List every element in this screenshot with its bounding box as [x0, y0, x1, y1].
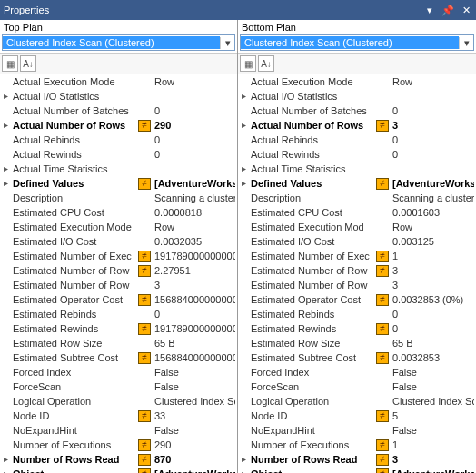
property-row[interactable]: ▸Actual I/O Statistics: [0, 89, 237, 103]
property-row[interactable]: Actual Rewinds0: [238, 147, 476, 162]
property-row[interactable]: Estimated I/O Cost0.0032035: [0, 234, 237, 249]
property-row[interactable]: ▸Actual Time Statistics: [238, 162, 476, 176]
property-row[interactable]: Node ID≠33: [0, 409, 237, 423]
property-row[interactable]: Estimated Number of Exec≠191789000000000…: [0, 249, 237, 263]
property-row[interactable]: ▸Number of Rows Read≠870: [0, 452, 237, 467]
property-value: Row: [392, 74, 474, 89]
dropdown-icon[interactable]: ▾: [423, 4, 436, 16]
right-operator-combo[interactable]: Clustered Index Scan (Clustered) ▾: [240, 34, 474, 51]
property-name: Actual Number of Batches: [11, 103, 138, 118]
property-row[interactable]: DescriptionScanning a clustered index, e…: [0, 191, 237, 205]
pin-icon[interactable]: 📌: [441, 4, 454, 16]
property-row[interactable]: Actual Rewinds0: [0, 147, 237, 162]
property-row[interactable]: Estimated Number of Exec≠1: [238, 249, 476, 263]
property-row[interactable]: Estimated Subtree Cost≠0.0032853: [238, 350, 476, 365]
property-row[interactable]: ▸Actual I/O Statistics: [238, 89, 476, 103]
property-row[interactable]: Estimated Rebinds0: [238, 307, 476, 321]
property-row[interactable]: Estimated Execution ModeRow: [0, 220, 237, 234]
property-row[interactable]: Actual Rebinds0: [0, 133, 237, 147]
property-row[interactable]: Estimated Operator Cost≠0.0032853 (0%): [238, 292, 476, 307]
property-row[interactable]: Estimated Row Size65 B: [238, 336, 476, 350]
property-value: 156884000000000 (24%): [154, 292, 235, 307]
property-row[interactable]: Estimated Rebinds0: [0, 307, 237, 321]
property-row[interactable]: Estimated CPU Cost0.0000818: [0, 205, 237, 220]
property-row[interactable]: NoExpandHintFalse: [0, 423, 237, 438]
property-row[interactable]: Estimated Subtree Cost≠156884000000000: [0, 350, 237, 365]
property-row[interactable]: Actual Number of Batches0: [238, 103, 476, 118]
close-icon[interactable]: ✕: [460, 4, 472, 16]
property-value: 0.0032853 (0%): [392, 292, 474, 307]
property-value: 0: [154, 103, 235, 118]
expand-icon[interactable]: ▸: [0, 162, 11, 176]
property-row[interactable]: Estimated Number of Row≠3: [238, 263, 476, 278]
property-row[interactable]: Actual Rebinds0: [238, 133, 476, 147]
categorize-icon[interactable]: ▦: [240, 55, 256, 72]
expand-icon[interactable]: ▸: [238, 467, 249, 473]
categorize-icon[interactable]: ▦: [2, 55, 18, 72]
diff-icon: [376, 222, 389, 233]
property-row[interactable]: ▸Object≠[AdventureWorks2016CTP3].[…: [238, 467, 476, 473]
property-row[interactable]: Estimated Execution ModRow: [238, 220, 476, 234]
expand-icon[interactable]: ▸: [238, 176, 249, 191]
property-row[interactable]: Number of Executions≠290: [0, 438, 237, 452]
expand-icon[interactable]: ▸: [0, 89, 11, 103]
property-row[interactable]: Forced IndexFalse: [238, 365, 476, 379]
property-row[interactable]: Actual Number of Batches0: [0, 103, 237, 118]
expand-icon[interactable]: ▸: [238, 452, 249, 467]
diff-icon: ≠: [376, 410, 389, 422]
property-row[interactable]: Logical OperationClustered Index Scan: [0, 394, 237, 409]
property-row[interactable]: Estimated Rewinds≠0: [238, 321, 476, 336]
property-value: 0: [392, 133, 474, 147]
property-row[interactable]: Actual Execution ModeRow: [0, 74, 237, 89]
property-row[interactable]: DescriptionScanning a clustered index, e…: [238, 191, 476, 205]
expand-icon[interactable]: ▸: [238, 162, 249, 176]
diff-icon: [138, 192, 151, 204]
property-row[interactable]: Forced IndexFalse: [0, 365, 237, 379]
chevron-down-icon[interactable]: ▾: [220, 37, 234, 49]
property-row[interactable]: ▸Actual Time Statistics: [0, 162, 237, 176]
diff-icon: ≠: [138, 265, 151, 277]
property-row[interactable]: ▸Actual Number of Rows≠3: [238, 118, 476, 133]
property-name: Estimated Number of Exec: [249, 249, 376, 263]
property-row[interactable]: Estimated CPU Cost0.0001603: [238, 205, 476, 220]
expand-icon[interactable]: ▸: [0, 118, 11, 133]
property-row[interactable]: ▸Defined Values≠[AdventureWorks2016CTP3]…: [238, 176, 476, 191]
property-name: Forced Index: [249, 365, 376, 379]
property-row[interactable]: ▸Object≠[AdventureWorks2016CTP3].[Perso: [0, 467, 237, 473]
expand-icon[interactable]: ▸: [0, 176, 11, 191]
property-row[interactable]: ▸Actual Number of Rows≠290: [0, 118, 237, 133]
expand-icon[interactable]: ▸: [238, 118, 249, 133]
property-row[interactable]: ForceScanFalse: [0, 379, 237, 394]
sort-az-icon[interactable]: A↓: [258, 55, 274, 72]
property-name: Estimated Number of Row: [249, 263, 376, 278]
property-value: False: [154, 423, 235, 438]
property-row[interactable]: ▸Number of Rows Read≠3: [238, 452, 476, 467]
property-row[interactable]: Actual Execution ModeRow: [238, 74, 476, 89]
property-name: Defined Values: [11, 176, 138, 191]
property-row[interactable]: Estimated Operator Cost≠156884000000000 …: [0, 292, 237, 307]
property-value: 0.0032853: [392, 350, 474, 365]
property-value: Row: [154, 74, 235, 89]
left-operator-combo[interactable]: Clustered Index Scan (Clustered) ▾: [2, 34, 235, 51]
property-name: Estimated I/O Cost: [249, 234, 376, 249]
property-row[interactable]: Estimated Number of Row3: [0, 278, 237, 292]
diff-icon: ≠: [376, 178, 389, 190]
diff-icon: [376, 149, 389, 161]
sort-az-icon[interactable]: A↓: [20, 55, 36, 72]
property-row[interactable]: Logical OperationClustered Index Scan: [238, 394, 476, 409]
property-row[interactable]: Estimated Number of Row≠2.27951: [0, 263, 237, 278]
property-row[interactable]: Number of Executions≠1: [238, 438, 476, 452]
property-row[interactable]: Estimated Rewinds≠1917890000000000: [0, 321, 237, 336]
property-row[interactable]: Estimated I/O Cost0.003125: [238, 234, 476, 249]
property-row[interactable]: Estimated Number of Row3: [238, 278, 476, 292]
property-row[interactable]: NoExpandHintFalse: [238, 423, 476, 438]
property-name: Estimated Row Size: [249, 336, 376, 350]
property-row[interactable]: ForceScanFalse: [238, 379, 476, 394]
expand-icon[interactable]: ▸: [0, 467, 11, 473]
property-row[interactable]: ▸Defined Values≠[AdventureWorks2016CTP3]…: [0, 176, 237, 191]
expand-icon[interactable]: ▸: [0, 452, 11, 467]
chevron-down-icon[interactable]: ▾: [459, 37, 473, 49]
property-row[interactable]: Node ID≠5: [238, 409, 476, 423]
expand-icon[interactable]: ▸: [238, 89, 249, 103]
property-row[interactable]: Estimated Row Size65 B: [0, 336, 237, 350]
